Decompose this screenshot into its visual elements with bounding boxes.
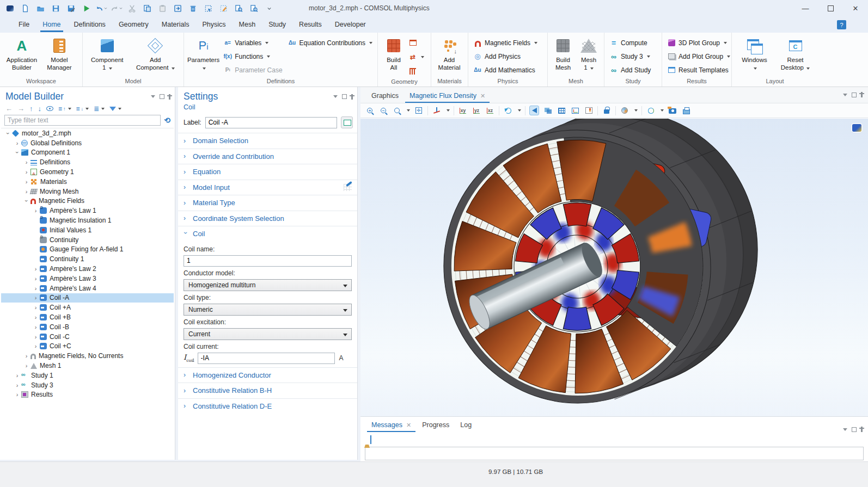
variables-button[interactable]: a=Variables [221,36,285,50]
tab-materials[interactable]: Materials [155,17,196,32]
minimize-button[interactable]: — [793,0,818,16]
select-box-button[interactable] [201,2,215,14]
section-equation[interactable]: ›Equation [178,164,357,180]
float-panel-icon[interactable] [852,427,857,432]
tab-mesh[interactable]: Mesh [233,17,262,32]
tree-item[interactable]: ›Coil -A [1,293,174,303]
maximize-button[interactable] [818,0,843,16]
3d-plot-group-button[interactable]: 3D Plot Group [664,36,733,50]
zoom-box-button[interactable] [392,106,402,115]
collapse-up-button[interactable]: ≡↑ [58,105,71,113]
pin-panel-icon[interactable] [169,94,170,100]
tree-item[interactable]: ›Coil -C [1,332,174,342]
add-material-button[interactable]: AddMaterial [433,34,465,71]
tree-item[interactable]: Continuity 1 [1,254,174,264]
section-domain-selection[interactable]: ›Domain Selection [178,133,357,149]
save-button[interactable] [49,2,62,14]
tree-item[interactable]: ›Ampère's Law 1 [1,206,174,215]
coil-name-input[interactable] [184,255,352,267]
close-button[interactable]: ✕ [843,0,868,16]
tab-graphics[interactable]: Graphics [366,89,404,103]
print-button[interactable] [681,106,691,115]
build-mesh-button[interactable]: BuildMesh [550,34,576,71]
show-button[interactable] [46,106,53,111]
zoom-out-button[interactable]: − [378,106,388,115]
tree-item[interactable]: ›Magnetic Fields, No Currents [1,351,174,361]
section-override-contribution[interactable]: ›Override and Contribution [178,149,357,164]
move-down-button[interactable]: ↓ [38,104,42,113]
back-button[interactable]: ← [5,104,13,113]
tree-filter-input[interactable] [4,115,161,126]
cut-button[interactable] [125,2,138,14]
model-manager-button[interactable]: ModelManager [41,34,77,71]
search-settings-button[interactable] [247,2,260,14]
run-button[interactable] [80,2,93,14]
pin-panel-icon[interactable] [861,427,863,432]
open-button[interactable] [34,2,47,14]
open-messages-window-button[interactable] [370,436,371,443]
panel-menu-icon[interactable] [333,95,338,98]
customize-toolbar-button[interactable] [262,2,276,14]
help-button[interactable]: ? [837,20,846,29]
tree-item[interactable]: ›Coil +A [1,303,174,312]
tree-item[interactable]: Initial Values 1 [1,225,174,235]
go-to-view-button[interactable] [432,106,442,115]
tab-home[interactable]: Home [36,17,67,32]
filter-button[interactable] [109,107,121,111]
view-xz-button[interactable]: xz [485,106,495,115]
tab-study[interactable]: Study [262,17,292,32]
tab-definitions[interactable]: Definitions [68,17,112,32]
tree-item[interactable]: ›Results [1,390,174,400]
close-tab-icon[interactable]: ✕ [406,422,411,429]
new-file-button[interactable] [19,2,32,14]
tree-item[interactable]: ›Magnetic Fields [1,196,174,206]
livelink-button[interactable]: ⇄ [407,50,425,64]
windows-button[interactable]: Windows [737,34,773,71]
node-columns-button[interactable]: ≣ [94,105,105,113]
tab-results[interactable]: Results [292,17,328,32]
tab-developer[interactable]: Developer [328,17,372,32]
section-coordinate-system[interactable]: ›Coordinate System Selection [178,211,357,226]
close-tab-icon[interactable]: ✕ [480,93,485,100]
tree-item[interactable]: ›Materials [1,177,174,187]
panel-menu-icon[interactable] [843,428,847,431]
undo-button[interactable] [95,2,108,14]
tree-item[interactable]: ›Moving Mesh [1,187,174,196]
tree-item[interactable]: ›motor_3d_2.mph [1,128,174,138]
coil-label-input[interactable] [205,117,337,128]
add-component-button[interactable]: AddComponent [132,34,179,71]
move-up-button[interactable]: ↑ [29,104,33,113]
float-panel-icon[interactable] [342,94,347,99]
scene-light-button[interactable] [529,106,539,115]
add-plot-group-button[interactable]: Add Plot Group [664,50,733,63]
section-constitutive-de[interactable]: ›Constitutive Relation D-E [178,398,357,414]
forward-button[interactable]: → [17,104,25,113]
add-physics-button[interactable]: ◎Add Physics [470,50,540,63]
tab-magnetic-flux-density[interactable]: Magnetic Flux Density✕ [404,89,491,103]
tree-item[interactable]: ›Study 1 [1,371,174,380]
rename-icon[interactable] [341,116,353,128]
result-templates-button[interactable]: Result Templates [664,63,733,77]
tab-log[interactable]: Log [455,418,477,432]
expand-down-button[interactable]: ≡↓ [76,105,89,113]
compute-button[interactable]: =Compute [607,36,653,50]
transparency-button[interactable] [543,106,553,115]
tab-geometry[interactable]: Geometry [112,17,155,32]
find-button[interactable] [232,2,245,14]
tree-item[interactable]: Gauge Fixing for A-field 1 [1,245,174,255]
section-material-type[interactable]: ›Material Type [178,195,357,211]
tree-item[interactable]: ›Global Definitions [1,138,174,148]
parameter-case-button[interactable]: PiParameter Case [221,63,285,77]
application-builder-button[interactable]: A ApplicationBuilder [2,34,41,71]
update-plot-button[interactable] [646,106,656,115]
color-legend-button[interactable] [584,106,594,115]
coil-type-select[interactable]: Numeric [184,304,352,316]
snapshot-button[interactable] [668,106,677,115]
lock-view-button[interactable] [602,106,612,115]
tree-item[interactable]: ›Study 3 [1,380,174,390]
equation-contributions-button[interactable]: ΔuEquation Contributions [285,36,375,50]
build-all-button[interactable]: BuildAll [380,34,407,71]
graphics-viewport[interactable] [360,119,868,416]
float-panel-icon[interactable] [160,94,164,99]
coil-excitation-select[interactable]: Current [184,328,352,340]
